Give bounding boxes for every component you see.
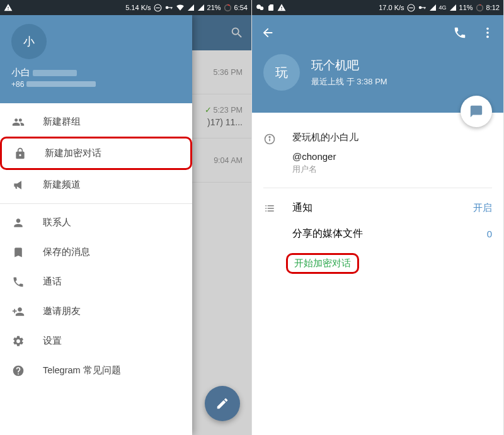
bookmark-icon xyxy=(11,246,25,259)
drawer-item-invite[interactable]: 邀请朋友 xyxy=(0,297,192,326)
svg-point-10 xyxy=(418,6,421,9)
user-phone: +86 xyxy=(11,80,181,89)
svg-rect-12 xyxy=(424,7,425,9)
status-battery: 11% xyxy=(459,4,473,11)
profile-header: 玩 玩个机吧 最近上线 于 3:38 PM xyxy=(252,15,503,113)
svg-point-16 xyxy=(486,36,489,38)
list-icon xyxy=(263,202,276,215)
svg-point-13 xyxy=(476,4,483,11)
warning-icon xyxy=(4,3,13,12)
drawer-item-calls[interactable]: 通话 xyxy=(0,267,192,297)
drawer-header: 小 小白 +86 xyxy=(0,15,192,103)
info-title: 爱玩机的小白儿 xyxy=(292,132,492,144)
drawer-item-settings[interactable]: 设置 xyxy=(0,326,192,356)
user-avatar[interactable]: 小 xyxy=(11,24,47,59)
megaphone-icon xyxy=(11,179,25,191)
network-type: 4G xyxy=(439,4,447,11)
drawer-item-new-channel[interactable]: 新建频道 xyxy=(0,170,192,200)
signal-icon xyxy=(187,4,195,11)
drawer-item-label: 新建频道 xyxy=(43,179,81,191)
drawer-item-label: 联系人 xyxy=(43,217,71,229)
profile-name: 玩个机吧 xyxy=(311,57,387,74)
shared-media-value: 0 xyxy=(487,229,492,239)
wechat-icon xyxy=(256,3,265,12)
chat-icon xyxy=(469,105,483,118)
notifications-label: 通知 xyxy=(292,201,312,215)
drawer-item-new-group[interactable]: 新建群组 xyxy=(0,107,192,137)
svg-rect-11 xyxy=(421,7,425,8)
status-speed: 17.0 K/s xyxy=(379,4,404,11)
call-button[interactable] xyxy=(453,26,467,40)
battery-ring-icon xyxy=(224,4,232,12)
phone-icon xyxy=(453,26,467,40)
back-button[interactable] xyxy=(261,26,275,40)
drawer-item-label: 通话 xyxy=(43,276,62,288)
status-battery: 21% xyxy=(207,4,221,11)
contact-icon xyxy=(11,217,25,229)
signal-icon-2 xyxy=(197,4,205,11)
status-time: 8:12 xyxy=(486,4,500,11)
nav-drawer: 小 小白 +86 新建群组 新建加密对话 新建频道 xyxy=(0,15,192,435)
wifi-icon xyxy=(176,3,185,12)
svg-rect-4 xyxy=(171,7,171,9)
shared-media-label: 分享的媒体文件 xyxy=(292,227,363,240)
drawer-scrim[interactable] xyxy=(192,15,251,435)
status-speed: 5.14 K/s xyxy=(125,4,151,11)
drawer-item-label: 新建群组 xyxy=(43,116,81,128)
person-add-icon xyxy=(11,305,25,318)
shared-media-row[interactable]: 分享的媒体文件 0 xyxy=(292,227,492,240)
group-icon xyxy=(11,116,25,128)
divider xyxy=(0,203,192,204)
help-icon xyxy=(11,364,25,377)
svg-point-15 xyxy=(486,31,489,34)
drawer-item-label: 新建加密对话 xyxy=(45,147,101,159)
drawer-item-label: Telegram 常见问题 xyxy=(43,364,121,376)
phone-left: 5.14 K/s 21% 6:54 5:36 PM ✓5:23 PM )17) … xyxy=(0,0,252,435)
profile-content: 爱玩机的小白儿 @chonger 用户名 通知 开启 分享的媒体文件 0 xyxy=(252,113,503,291)
highlight-annotation: 新建加密对话 xyxy=(0,137,192,170)
highlight-annotation: 开始加密对话 xyxy=(286,253,359,274)
drawer-item-label: 邀请朋友 xyxy=(43,305,81,317)
svg-rect-25 xyxy=(268,210,274,212)
drawer-item-label: 保存的消息 xyxy=(43,246,90,258)
warning-icon xyxy=(277,3,286,12)
status-bar: 5.14 K/s 21% 6:54 xyxy=(0,0,251,15)
compose-fab[interactable] xyxy=(205,386,240,421)
svg-rect-22 xyxy=(265,208,266,209)
key-icon xyxy=(418,3,427,12)
drawer-item-faq[interactable]: Telegram 常见问题 xyxy=(0,356,192,385)
message-fab[interactable] xyxy=(461,96,492,127)
svg-rect-20 xyxy=(265,205,266,206)
status-time: 6:54 xyxy=(234,4,248,11)
username[interactable]: @chonger xyxy=(292,151,492,162)
drawer-item-saved[interactable]: 保存的消息 xyxy=(0,237,192,267)
arrow-left-icon xyxy=(261,26,275,40)
start-secret-chat[interactable]: 开始加密对话 xyxy=(294,257,351,268)
more-button[interactable] xyxy=(481,26,495,40)
notifications-value: 开启 xyxy=(473,202,492,214)
more-vert-icon xyxy=(481,26,495,40)
signal-icon xyxy=(429,4,437,11)
gear-icon xyxy=(11,335,25,347)
divider xyxy=(263,188,492,188)
signal-icon-2 xyxy=(449,4,457,11)
notifications-row[interactable]: 通知 开启 xyxy=(292,201,492,215)
svg-rect-24 xyxy=(265,210,266,212)
profile-avatar[interactable]: 玩 xyxy=(263,54,300,91)
drawer-item-new-secret[interactable]: 新建加密对话 xyxy=(2,138,190,168)
status-bar: 17.0 K/s 4G 11% 8:12 xyxy=(252,0,503,15)
phone-icon xyxy=(11,276,25,288)
drawer-list: 新建群组 新建加密对话 新建频道 联系人 xyxy=(0,103,192,389)
svg-point-14 xyxy=(486,28,489,30)
dnd-icon xyxy=(407,4,415,12)
svg-point-2 xyxy=(165,6,168,9)
user-name: 小白 xyxy=(11,67,181,79)
dnd-icon xyxy=(154,4,162,12)
drawer-item-contacts[interactable]: 联系人 xyxy=(0,208,192,237)
svg-rect-3 xyxy=(168,7,172,8)
phone-right: 17.0 K/s 4G 11% 8:12 玩 玩个机吧 最 xyxy=(252,0,504,435)
svg-rect-21 xyxy=(268,205,274,206)
svg-rect-23 xyxy=(268,208,274,209)
pencil-icon xyxy=(215,397,229,410)
svg-point-7 xyxy=(260,6,263,10)
